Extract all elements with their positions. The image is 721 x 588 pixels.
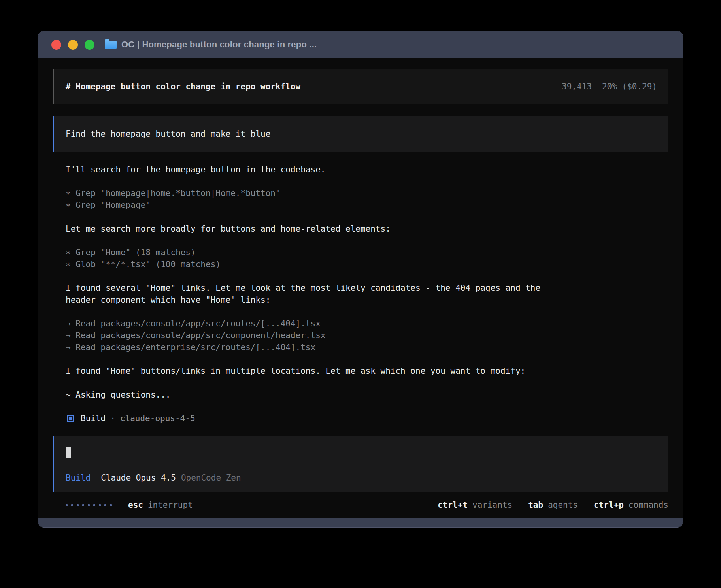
assistant-text: header component which have "Home" links… [66,294,668,306]
prompt-input[interactable]: Build Claude Opus 4.5 OpenCode Zen [53,436,668,492]
session-header: # Homepage button color change in repo w… [53,69,668,104]
key-ctrl-t: ctrl+t [438,499,468,511]
agent-square-icon [67,415,74,422]
window-controls [51,40,94,50]
assistant-paragraph: I found "Home" buttons/links in multiple… [66,365,668,377]
token-count: 39,413 [562,81,592,92]
tool-call-read: → Read packages/console/app/src/componen… [66,330,668,341]
asking-questions-text: ~ Asking questions... [66,389,668,401]
statusbar-left: esc interrupt [66,499,193,511]
input-agent-label[interactable]: Build [66,472,91,484]
text-cursor [66,447,71,458]
context-cost: 20% ($0.29) [602,81,657,92]
tool-call-grep: ∗ Grep "Homepage" [66,199,668,211]
tool-call-read: → Read packages/console/app/src/routes/[… [66,318,668,330]
dot-separator: · [110,413,115,424]
label-variants: variants [472,499,512,511]
key-ctrl-p: ctrl+p [594,499,624,511]
agent-status-line: Build · claude-opus-4-5 [66,413,668,424]
transcript: I'll search for the homepage button in t… [66,164,668,424]
close-button[interactable] [51,40,61,50]
input-provider-label: OpenCode Zen [181,472,241,484]
key-esc: esc [128,499,143,511]
terminal-content[interactable]: # Homepage button color change in repo w… [38,58,683,518]
session-stats: 39,413 20% ($0.29) [562,81,657,92]
label-agents: agents [548,499,578,511]
hint-variants: ctrl+t variants [438,499,512,511]
tool-call-read: → Read packages/enterprise/src/routes/[.… [66,341,668,353]
window-bottom-strip [38,518,683,527]
tool-call-glob: ∗ Glob "**/*.tsx" (100 matches) [66,258,668,270]
window-title: OC | Homepage button color change in rep… [121,40,317,50]
tool-call-group: → Read packages/console/app/src/routes/[… [66,318,668,353]
assistant-paragraph: Let me search more broadly for buttons a… [66,223,668,235]
label-commands: commands [629,499,668,511]
minimize-button[interactable] [68,40,78,50]
label-interrupt: interrupt [148,499,193,511]
session-title: # Homepage button color change in repo w… [66,81,300,92]
titlebar: OC | Homepage button color change in rep… [38,31,683,58]
user-message-text: Find the homepage button and make it blu… [66,128,270,140]
model-id: claude-opus-4-5 [120,413,195,424]
hint-agents: tab agents [528,499,578,511]
tool-call-group: ∗ Grep "Home" (18 matches) ∗ Glob "**/*.… [66,247,668,270]
statusbar-right: ctrl+t variants tab agents ctrl+p comman… [422,499,668,511]
hint-commands: ctrl+p commands [594,499,668,511]
folder-icon [105,41,117,49]
statusbar: esc interrupt ctrl+t variants tab agents… [53,492,668,518]
spinner-dots [66,504,115,506]
assistant-paragraph: I'll search for the homepage button in t… [66,164,668,175]
tool-call-group: ∗ Grep "homepage|home.*button|Home.*butt… [66,187,668,211]
key-tab: tab [528,499,543,511]
tool-call-grep: ∗ Grep "Home" (18 matches) [66,247,668,258]
assistant-text: I found "Home" buttons/links in multiple… [66,365,668,377]
assistant-status: ~ Asking questions... [66,389,668,401]
tool-call-grep: ∗ Grep "homepage|home.*button|Home.*butt… [66,187,668,199]
agent-name: Build [81,413,106,424]
terminal-window: OC | Homepage button color change in rep… [38,31,683,528]
zoom-button[interactable] [85,40,94,50]
assistant-paragraph: I found several "Home" links. Let me loo… [66,282,668,306]
user-message: Find the homepage button and make it blu… [53,116,668,152]
assistant-text: I'll search for the homepage button in t… [66,164,668,175]
hint-interrupt: esc interrupt [128,499,193,511]
input-model-label[interactable]: Claude Opus 4.5 [101,472,176,484]
model-row: Build Claude Opus 4.5 OpenCode Zen [66,472,241,484]
assistant-text: I found several "Home" links. Let me loo… [66,282,668,294]
assistant-text: Let me search more broadly for buttons a… [66,223,668,235]
